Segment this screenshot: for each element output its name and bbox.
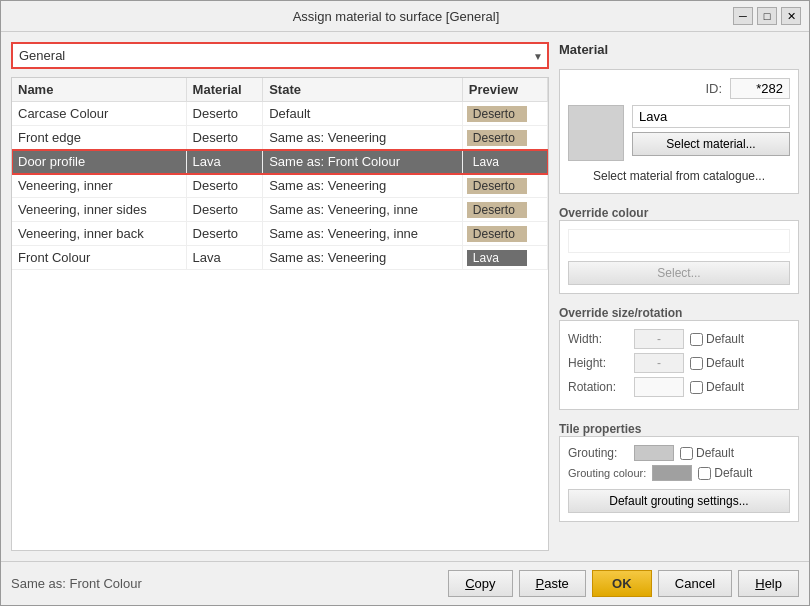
override-colour-section: Override colour Select... (559, 202, 799, 294)
rotation-default-label: Default (706, 380, 744, 394)
cell-preview: Deserto (462, 222, 547, 246)
bottom-bar: Same as: Front Colour Copy Paste OK Canc… (1, 561, 809, 605)
default-grouting-button[interactable]: Default grouting settings... (568, 489, 790, 513)
grouting-colour-default-label: Default (714, 466, 752, 480)
cell-preview: Lava (462, 246, 547, 270)
grouting-colour-row: Grouting colour: Default (568, 465, 790, 481)
override-colour-select-button[interactable]: Select... (568, 261, 790, 285)
cell-name: Front edge (12, 126, 186, 150)
select-catalogue-link[interactable]: Select material from catalogue... (568, 167, 790, 185)
cell-name: Door profile (12, 150, 186, 174)
cell-name: Veneering, inner sides (12, 198, 186, 222)
cell-name: Front Colour (12, 246, 186, 270)
ok-button[interactable]: OK (592, 570, 652, 597)
tile-properties-section: Tile properties Grouting: Default Grouti… (559, 418, 799, 522)
tile-properties-label: Tile properties (559, 422, 799, 436)
cell-preview: Deserto (462, 198, 547, 222)
cell-material: Deserto (186, 174, 263, 198)
cell-preview: Deserto (462, 102, 547, 126)
material-section: ID: *282 Lava Select material... Select … (559, 69, 799, 194)
col-header-material: Material (186, 78, 263, 102)
width-label: Width: (568, 332, 628, 346)
close-button[interactable]: ✕ (781, 7, 801, 25)
grouting-colour-default-checkbox[interactable] (698, 467, 711, 480)
width-default-checkbox[interactable] (690, 333, 703, 346)
grouting-default-label: Default (696, 446, 734, 460)
cell-state: Same as: Veneering (263, 174, 463, 198)
cell-preview: Deserto (462, 126, 547, 150)
cell-name: Veneering, inner back (12, 222, 186, 246)
cell-preview: Deserto (462, 174, 547, 198)
id-label: ID: (705, 81, 722, 96)
rotation-input[interactable] (634, 377, 684, 397)
material-section-label: Material (559, 42, 799, 57)
grouting-default-checkbox[interactable] (680, 447, 693, 460)
preview-badge: Deserto (467, 202, 527, 218)
preview-badge: Deserto (467, 178, 527, 194)
height-row: Height: Default (568, 353, 790, 373)
col-header-name: Name (12, 78, 186, 102)
maximize-button[interactable]: □ (757, 7, 777, 25)
bottom-buttons: Copy Paste OK Cancel Help (448, 570, 799, 597)
select-material-button[interactable]: Select material... (632, 132, 790, 156)
id-row: ID: *282 (568, 78, 790, 99)
main-window: Assign material to surface [General] ─ □… (0, 0, 810, 606)
table-row[interactable]: Door profileLavaSame as: Front ColourLav… (12, 150, 548, 174)
status-text: Same as: Front Colour (11, 576, 142, 591)
id-value: *282 (730, 78, 790, 99)
height-label: Height: (568, 356, 628, 370)
override-colour-box: Select... (559, 220, 799, 294)
general-dropdown[interactable]: General (13, 44, 547, 67)
table-row[interactable]: Veneering, innerDesertoSame as: Veneerin… (12, 174, 548, 198)
help-button[interactable]: Help (738, 570, 799, 597)
preview-badge: Deserto (467, 226, 527, 242)
width-row: Width: Default (568, 329, 790, 349)
override-size-label: Override size/rotation (559, 306, 799, 320)
grouting-swatch (634, 445, 674, 461)
title-bar-controls: ─ □ ✕ (733, 7, 801, 25)
left-panel: General ▼ Name Material State Preview (11, 42, 549, 551)
title-bar: Assign material to surface [General] ─ □… (1, 1, 809, 32)
cell-state: Same as: Veneering, inne (263, 222, 463, 246)
grouting-row: Grouting: Default (568, 445, 790, 461)
width-input[interactable] (634, 329, 684, 349)
cell-state: Default (263, 102, 463, 126)
override-colour-label: Override colour (559, 206, 799, 220)
cell-state: Same as: Veneering (263, 246, 463, 270)
material-name: Lava (632, 105, 790, 128)
grouting-colour-label: Grouting colour: (568, 467, 646, 479)
table-row[interactable]: Front ColourLavaSame as: VeneeringLava (12, 246, 548, 270)
cell-material: Deserto (186, 102, 263, 126)
material-info: Lava Select material... (632, 105, 790, 156)
table-row[interactable]: Veneering, inner backDesertoSame as: Ven… (12, 222, 548, 246)
copy-button[interactable]: Copy (448, 570, 512, 597)
grouting-default-group: Default (680, 446, 734, 460)
material-preview-row: Lava Select material... (568, 105, 790, 161)
cell-name: Carcase Colour (12, 102, 186, 126)
cancel-button[interactable]: Cancel (658, 570, 732, 597)
paste-button[interactable]: Paste (519, 570, 586, 597)
preview-badge: Deserto (467, 130, 527, 146)
cell-name: Veneering, inner (12, 174, 186, 198)
width-default-group: Default (690, 332, 744, 346)
override-size-box: Width: Default Height: Default (559, 320, 799, 410)
table-row[interactable]: Front edgeDesertoSame as: VeneeringDeser… (12, 126, 548, 150)
tile-section-box: Grouting: Default Grouting colour: Defau… (559, 436, 799, 522)
grouting-colour-default-group: Default (698, 466, 752, 480)
cell-material: Deserto (186, 222, 263, 246)
grouting-colour-swatch (652, 465, 692, 481)
rotation-default-checkbox[interactable] (690, 381, 703, 394)
copy-label: Copy (465, 576, 495, 591)
preview-badge: Lava (467, 154, 527, 170)
cell-state: Same as: Veneering, inne (263, 198, 463, 222)
cell-material: Deserto (186, 198, 263, 222)
grouting-label: Grouting: (568, 446, 628, 460)
col-header-state: State (263, 78, 463, 102)
height-input[interactable] (634, 353, 684, 373)
minimize-button[interactable]: ─ (733, 7, 753, 25)
override-colour-preview (568, 229, 790, 253)
cell-material: Deserto (186, 126, 263, 150)
height-default-checkbox[interactable] (690, 357, 703, 370)
table-row[interactable]: Carcase ColourDesertoDefaultDeserto (12, 102, 548, 126)
table-row[interactable]: Veneering, inner sidesDesertoSame as: Ve… (12, 198, 548, 222)
